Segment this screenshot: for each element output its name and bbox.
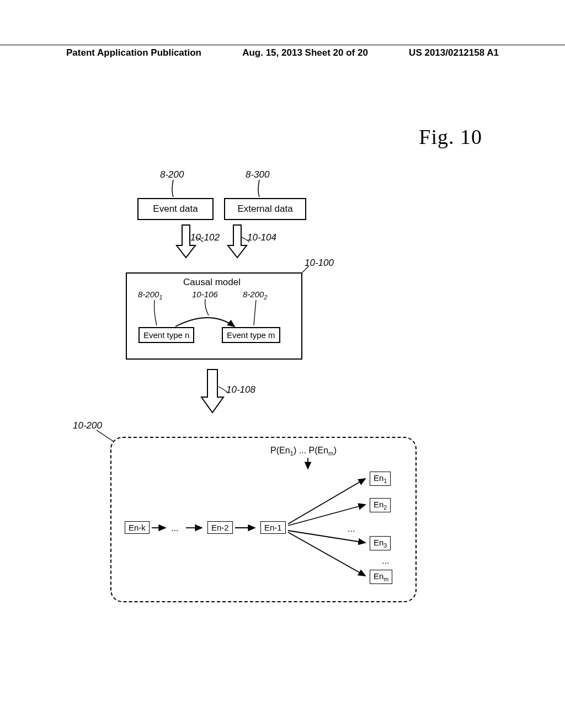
svg-line-8: [288, 532, 365, 576]
svg-line-7: [288, 531, 365, 543]
connectors-svg: [0, 0, 565, 728]
svg-line-5: [288, 479, 365, 524]
svg-line-6: [288, 505, 365, 526]
